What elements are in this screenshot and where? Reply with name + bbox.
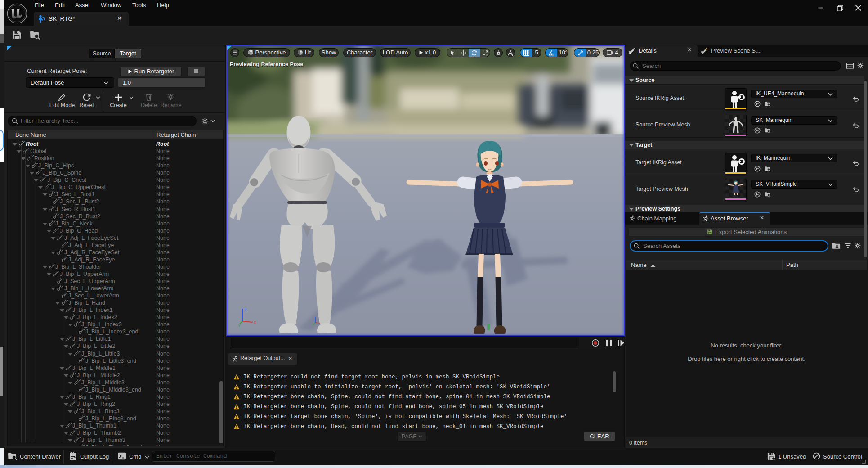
- svg-text:Y: Y: [238, 324, 241, 328]
- svg-text:Z: Z: [244, 308, 247, 312]
- svg-text:X: X: [254, 320, 256, 325]
